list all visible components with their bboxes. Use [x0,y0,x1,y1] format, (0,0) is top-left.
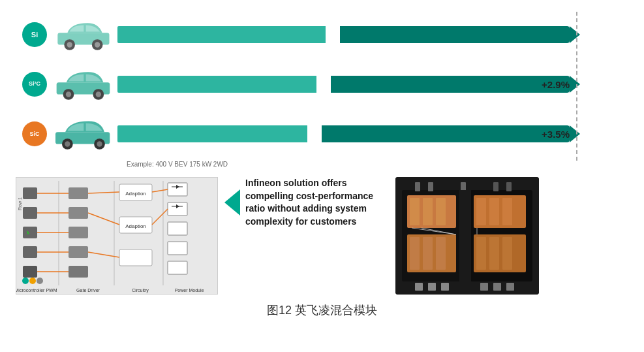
svg-rect-26 [23,227,37,238]
svg-rect-51 [168,202,187,216]
svg-rect-73 [410,237,420,270]
svg-rect-95 [459,190,471,281]
circuit-svg: Microcontroller PWM Gate Driver Circuitr… [16,178,218,295]
sic-car-icon [52,116,117,152]
svg-rect-55 [168,222,187,235]
svg-rect-33 [69,266,88,278]
svg-rect-79 [502,198,512,225]
left-arrow-icon [224,189,240,216]
sic-percentage: +3.5% [542,129,570,140]
svg-rect-74 [423,237,433,270]
svg-rect-91 [428,182,433,191]
svg-point-60 [22,278,29,284]
svg-rect-15 [16,178,218,295]
svg-rect-90 [415,182,420,191]
svg-point-7 [66,91,71,97]
svg-rect-38 [119,249,152,266]
si-bar-container [117,12,570,57]
svg-rect-70 [423,198,433,225]
svg-rect-56 [168,242,187,255]
bottom-section: Microcontroller PWM Gate Driver Circuitr… [16,177,628,295]
svg-rect-69 [410,198,420,225]
svg-rect-31 [69,227,88,238]
svg-rect-85 [428,283,436,291]
sic-badge: SiC [22,121,47,146]
svg-rect-29 [69,187,88,199]
infineon-description: Infineon solution offers compelling cost… [245,177,389,228]
svg-rect-83 [502,237,512,270]
svg-rect-47 [168,183,187,196]
svg-rect-28 [23,266,37,278]
example-text: Example: 400 V BEV 175 kW 2WD [127,161,622,168]
main-container: Si [0,0,644,326]
product-image [395,177,539,295]
svg-text:λ: λ [27,230,29,236]
svg-text:Adaption: Adaption [125,191,146,197]
svg-rect-94 [506,182,512,191]
svg-rect-57 [168,261,187,274]
svg-text:Gate Driver: Gate Driver [76,288,100,293]
si2c-row: Si²C [22,61,570,107]
svg-point-4 [95,42,100,47]
si2c-badge: Si²C [22,72,47,97]
si-badge: Si [22,22,47,47]
sic-row: SiC [22,111,570,157]
si-car-icon [52,17,117,53]
si2c-bar-container [117,61,570,107]
svg-text:Power Module: Power Module [175,288,204,293]
svg-rect-82 [489,237,499,270]
svg-rect-30 [69,207,88,219]
svg-rect-86 [441,283,449,291]
si2c-car-icon [52,67,117,103]
svg-rect-27 [23,246,37,258]
svg-point-12 [65,141,70,146]
svg-rect-75 [436,237,446,270]
svg-rect-89 [506,283,514,291]
svg-rect-93 [493,182,498,191]
svg-text:Circuitry: Circuitry [132,288,149,293]
svg-text:Row 1: Row 1 [18,197,22,210]
product-photo-svg [395,177,539,295]
svg-rect-92 [461,182,466,191]
svg-rect-71 [436,198,446,225]
svg-rect-84 [415,283,423,291]
svg-rect-78 [489,198,499,225]
circuit-diagram: Microcontroller PWM Gate Driver Circuitr… [16,177,218,295]
svg-point-62 [37,278,43,284]
svg-rect-24 [23,187,37,199]
si2c-percentage: +2.9% [542,79,570,90]
svg-rect-25 [23,207,37,219]
svg-point-2 [67,42,72,47]
svg-text:Microcontroller PWM: Microcontroller PWM [16,288,57,293]
text-panel: Infineon solution offers compelling cost… [224,177,389,228]
sic-bar-container [117,111,570,157]
svg-point-61 [29,278,36,284]
svg-point-14 [97,141,102,146]
svg-rect-87 [480,283,488,291]
svg-rect-32 [69,246,88,258]
svg-text:Adaption: Adaption [125,223,146,229]
svg-rect-88 [493,283,501,291]
si-row: Si [22,12,570,57]
svg-rect-81 [476,237,486,270]
svg-rect-77 [476,198,486,225]
chart-section: Si [16,12,628,173]
page-caption: 图12 英飞凌混合模块 [16,302,628,318]
svg-point-9 [96,91,101,97]
